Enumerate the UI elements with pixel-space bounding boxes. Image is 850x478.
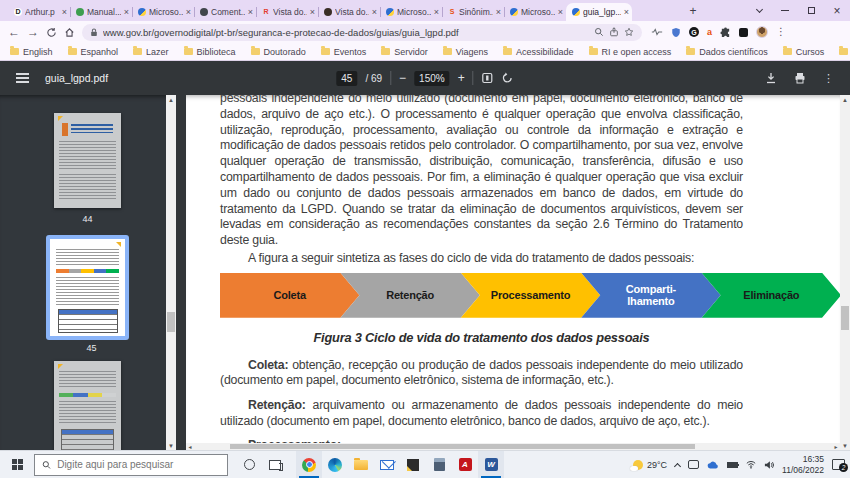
scroll-down-icon[interactable]: ▼	[840, 441, 850, 450]
bookmark-folder[interactable]: Doutorado	[251, 47, 306, 57]
scroll-up-icon[interactable]: ▲	[166, 95, 176, 104]
pdf-menu-icon[interactable]	[16, 73, 29, 83]
browser-tab[interactable]: Microso... ×	[504, 3, 566, 21]
bookmark-folder[interactable]: RI e open access	[589, 47, 672, 57]
reload-icon[interactable]	[46, 27, 57, 38]
tab-close-icon[interactable]: ×	[624, 7, 629, 17]
download-icon[interactable]	[765, 72, 777, 84]
close-button[interactable]: ×	[824, 0, 850, 21]
home-icon[interactable]	[64, 27, 75, 38]
action-center-icon[interactable]: 2	[832, 459, 845, 470]
horizontal-scrollbar[interactable]: ◄ ►	[186, 443, 840, 450]
taskbar-word-icon[interactable]: W	[478, 451, 504, 478]
tab-close-icon[interactable]: ×	[434, 7, 439, 17]
pdf-page-input[interactable]: 45	[336, 71, 357, 86]
browser-tab[interactable]: Microso... ×	[132, 3, 194, 21]
task-view-button[interactable]	[262, 451, 288, 478]
taskbar-mail-icon[interactable]	[374, 451, 400, 478]
taskbar-search[interactable]	[34, 454, 228, 476]
thumbnail-scrollbar-thumb[interactable]	[167, 312, 175, 332]
weather-widget[interactable]: 29°C	[633, 460, 667, 470]
share-icon[interactable]	[609, 27, 619, 37]
taskbar-stickynotes-icon[interactable]	[400, 451, 426, 478]
bookmark-folder[interactable]: Dados científicos	[686, 47, 768, 57]
bookmark-folder[interactable]: Servidor	[381, 47, 428, 57]
hidden-icons-chevron[interactable]	[674, 462, 681, 469]
thumbnail-page-45-selected[interactable]: 45	[46, 235, 129, 340]
vertical-scrollbar-thumb[interactable]	[841, 306, 849, 330]
battery-icon[interactable]	[727, 462, 738, 468]
meet-now-icon[interactable]	[688, 460, 699, 469]
tab-close-icon[interactable]: ×	[310, 7, 315, 17]
bookmark-folder[interactable]: English	[10, 47, 53, 57]
volume-icon[interactable]	[764, 460, 774, 470]
browser-tab[interactable]: Vista do... ×	[318, 3, 380, 21]
square-extension-icon[interactable]	[739, 28, 748, 37]
network-icon[interactable]	[746, 460, 756, 469]
thumbnail-scrollbar[interactable]: ▲ ▼	[166, 95, 176, 450]
forward-icon[interactable]: →	[27, 26, 39, 38]
vertical-scrollbar[interactable]: ▲ ▼	[840, 95, 850, 450]
bookmark-folder[interactable]: Acessibilidade	[503, 47, 574, 57]
pdf-more-icon[interactable]: ⋮	[823, 72, 834, 85]
zoom-page-icon[interactable]	[594, 27, 604, 37]
thumbnail-page-44[interactable]: 44	[54, 113, 121, 208]
new-tab-button[interactable]: +	[684, 2, 702, 20]
browser-tab[interactable]: guia_lgp... ×	[566, 3, 632, 21]
browser-tab[interactable]: D Arthur.p ×	[8, 3, 70, 21]
zoom-in-button[interactable]: +	[458, 71, 465, 85]
taskbar-explorer-icon[interactable]	[348, 451, 374, 478]
bookmark-folder[interactable]: Cursos	[783, 47, 825, 57]
tab-close-icon[interactable]: ×	[62, 7, 67, 17]
scroll-right-icon[interactable]: ►	[832, 443, 840, 450]
wave-extension-icon[interactable]	[651, 28, 663, 36]
browser-tab[interactable]: Coment... ×	[194, 3, 256, 21]
zoom-out-button[interactable]: −	[399, 71, 406, 85]
taskbar-acrobat-icon[interactable]: A	[452, 451, 478, 478]
tab-close-icon[interactable]: ×	[124, 7, 129, 17]
browser-tab[interactable]: Microso... ×	[380, 3, 442, 21]
rotate-icon[interactable]	[502, 72, 514, 84]
taskbar-calculator-icon[interactable]	[426, 451, 452, 478]
tab-close-icon[interactable]: ×	[496, 7, 501, 17]
tab-close-icon[interactable]: ×	[372, 7, 377, 17]
taskbar-chrome-icon[interactable]	[296, 451, 322, 478]
bookmark-folder[interactable]: Eventos	[321, 47, 367, 57]
thumbnail-page-46[interactable]	[54, 361, 121, 456]
cortana-button[interactable]	[236, 451, 262, 478]
fit-page-icon[interactable]	[482, 72, 494, 84]
back-icon[interactable]: ←	[8, 26, 20, 38]
scroll-up-icon[interactable]: ▲	[840, 95, 850, 104]
g-extension-icon[interactable]: G	[689, 27, 699, 37]
taskbar-clock[interactable]: 16:35 11/06/2022	[782, 454, 824, 475]
browser-menu-icon[interactable]: ⋮	[776, 27, 786, 37]
puzzle-extensions-icon[interactable]	[720, 27, 731, 38]
bookmark-star-icon[interactable]	[624, 27, 634, 37]
maximize-button[interactable]	[798, 0, 824, 21]
address-bar[interactable]: www.gov.br/governodigital/pt-br/seguranc…	[82, 24, 642, 41]
browser-tab[interactable]: R Vista do... ×	[256, 3, 318, 21]
onedrive-icon[interactable]	[707, 461, 719, 469]
tab-close-icon[interactable]: ×	[248, 7, 253, 17]
bookmark-folder[interactable]: Lazer	[133, 47, 169, 57]
a-extension-icon[interactable]: a	[707, 27, 712, 37]
minimize-button[interactable]	[772, 0, 798, 21]
pdf-zoom-level[interactable]: 150%	[414, 71, 450, 86]
tab-search-icon[interactable]	[746, 0, 772, 21]
tab-close-icon[interactable]: ×	[186, 7, 191, 17]
scroll-left-icon[interactable]: ◄	[186, 443, 194, 450]
browser-tab[interactable]: Manual... ×	[70, 3, 132, 21]
padlock-icon[interactable]	[90, 28, 98, 37]
shield-extension-icon[interactable]	[671, 27, 681, 38]
taskbar-edge-icon[interactable]	[322, 451, 348, 478]
browser-tab[interactable]: S Sinônim... ×	[442, 3, 504, 21]
scroll-down-icon[interactable]: ▼	[166, 441, 176, 450]
start-button[interactable]	[0, 451, 34, 478]
bookmark-folder[interactable]: Biblioteca	[184, 47, 236, 57]
taskbar-search-input[interactable]	[57, 459, 220, 470]
bookmark-folder[interactable]: Espanhol	[68, 47, 119, 57]
bookmark-folder[interactable]: Viagens	[443, 47, 488, 57]
profile-avatar[interactable]	[756, 26, 768, 38]
tab-close-icon[interactable]: ×	[558, 7, 563, 17]
print-icon[interactable]	[794, 72, 806, 84]
